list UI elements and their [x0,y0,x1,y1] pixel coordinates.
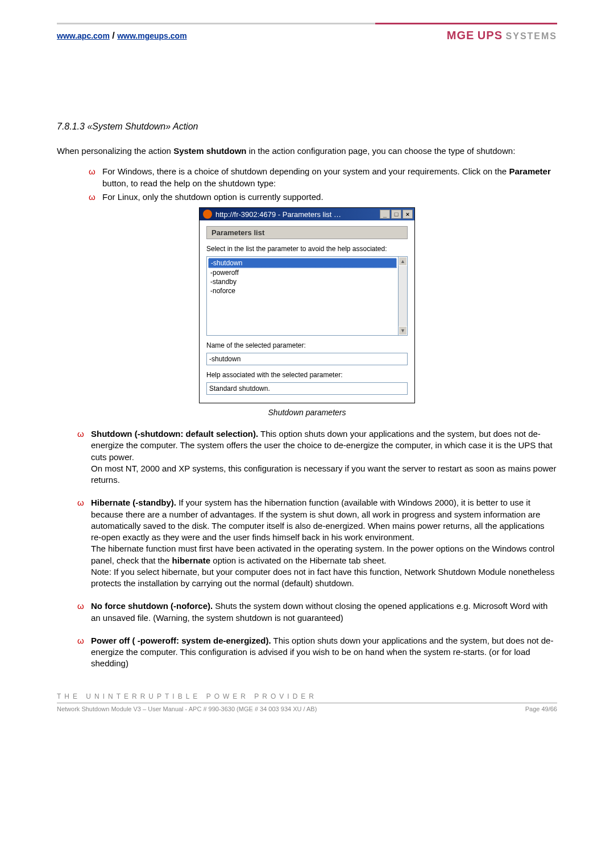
firefox-icon [203,210,212,219]
intro-bold: System shutdown [173,146,246,156]
logo-systems: SYSTEMS [506,31,557,41]
help-text-input[interactable] [206,382,408,395]
name-label: Name of the selected parameter: [206,341,408,349]
listbox-option[interactable]: -noforce [208,286,397,295]
footer-right: Page 49/66 [525,706,557,712]
list-item: No force shutdown (-noforce). Shuts the … [57,600,557,624]
logo: MGE UPS SYSTEMS [447,29,557,42]
titlebar-left: http://fr-3902:4679 - Parameters list … [203,210,341,219]
header-links: www.apc.com / www.mgeups.com [57,31,187,41]
figure-caption: Shutdown parameters [57,408,557,417]
list-item: Power off ( -poweroff: system de-energiz… [57,635,557,670]
list-item: Shutdown (-shutdown: default selection).… [57,428,557,486]
option-title: Hibernate (-standby). [91,498,176,507]
link-mgeups[interactable]: www.mgeups.com [117,31,186,40]
list-item: Hibernate (-standby). If your system has… [57,497,557,589]
window-buttons: _ □ × [380,210,413,219]
titlebar: http://fr-3902:4679 - Parameters list … … [200,208,414,220]
bullet-text-pre: For Windows, there is a choice of shutdo… [102,166,509,176]
minimize-button[interactable]: _ [380,210,390,219]
scroll-up-icon[interactable]: ▲ [399,257,407,266]
section-heading: 7.8.1.3 «System Shutdown» Action [57,122,557,132]
logo-ups: UPS [478,29,503,41]
option-inline-bold: hibernate [172,556,211,565]
bullet-text-post: button, to read the help on the shutdown… [102,178,276,188]
intro-paragraph: When personalizing the action System shu… [57,145,557,157]
intro-post: in the action configuration page, you ca… [246,146,515,156]
intro-pre: When personalizing the action [57,146,173,156]
link-apc[interactable]: www.apc.com [57,31,110,40]
list-item: For Linux, only the shutdown option is c… [57,191,557,203]
slogan-text: THE UNINTERRUPTIBLE POWER PROVIDER [57,692,557,700]
options-list: Shutdown (-shutdown: default selection).… [57,428,557,670]
link-sep: / [110,31,117,40]
page-header: www.apc.com / www.mgeups.com MGE UPS SYS… [57,23,557,42]
maximize-button[interactable]: □ [391,210,401,219]
parameter-listbox[interactable]: -shutdown -poweroff -standby -noforce [206,256,399,336]
option-title: Power off ( -poweroff: system de-energiz… [91,636,271,645]
option-title: No force shutdown (-noforce). [91,601,213,611]
dialog-container: http://fr-3902:4679 - Parameters list … … [57,207,557,403]
option-title: Shutdown (-shutdown: default selection). [91,429,258,439]
list-item: For Windows, there is a choice of shutdo… [57,166,557,189]
listbox-wrap: -shutdown -poweroff -standby -noforce ▲ … [206,256,408,336]
groupbox-title: Parameters list [206,226,408,239]
scroll-down-icon[interactable]: ▼ [399,326,407,335]
listbox-option[interactable]: -poweroff [208,268,397,277]
listbox-option-selected[interactable]: -shutdown [208,258,397,268]
parameters-dialog: http://fr-3902:4679 - Parameters list … … [199,207,415,403]
close-button[interactable]: × [403,210,413,219]
listbox-option[interactable]: -standby [208,277,397,286]
logo-mge: MGE [447,29,475,41]
select-label: Select in the list the parameter to avoi… [206,245,408,253]
footer-left: Network Shutdown Module V3 – User Manual… [57,706,317,712]
bullet-list: For Windows, there is a choice of shutdo… [57,166,557,203]
help-label: Help associated with the selected parame… [206,371,408,379]
scrollbar[interactable]: ▲ ▼ [399,256,408,336]
window-title: http://fr-3902:4679 - Parameters list … [215,210,341,219]
dialog-body: Parameters list Select in the list the p… [200,220,414,403]
selected-name-input[interactable] [206,353,408,365]
bullet-text-bold: Parameter [509,166,550,176]
footer: Network Shutdown Module V3 – User Manual… [57,703,557,712]
